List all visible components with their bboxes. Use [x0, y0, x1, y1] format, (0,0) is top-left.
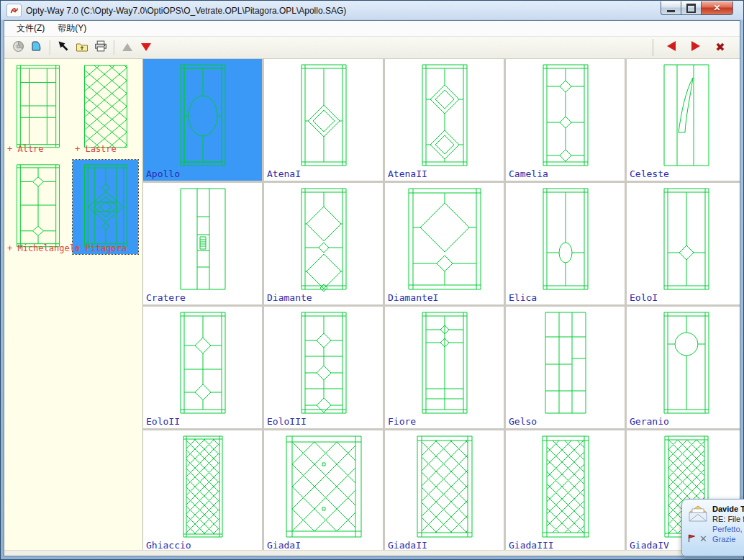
- altre-drawing: [9, 62, 67, 150]
- sidebar-item-label: + Michelangelo: [7, 243, 80, 253]
- minimize-button[interactable]: [661, 1, 681, 15]
- open-envelope-icon: [688, 505, 708, 524]
- app-disc-icon: [12, 40, 24, 55]
- print-button[interactable]: [91, 39, 110, 56]
- close-button[interactable]: ✕: [701, 1, 733, 15]
- catalog-item-label: GiadaIV: [630, 540, 669, 550]
- cratere-drawing: [145, 184, 260, 292]
- catalog-item-label: AtenaII: [388, 168, 427, 179]
- flag-icon[interactable]: [687, 533, 696, 544]
- bottom-strip: [4, 550, 740, 556]
- lastre-drawing: [77, 62, 135, 150]
- sidebar-item-label: + Altre: [7, 144, 44, 154]
- michelangelo-drawing: [9, 161, 67, 249]
- catalog-item-giada2[interactable]: GiadaII: [385, 430, 504, 550]
- menu-item-1[interactable]: 帮助(Y): [51, 21, 93, 36]
- diamante-drawing: [266, 184, 381, 292]
- prev-button[interactable]: [662, 39, 681, 56]
- notification-text: Davide T RE: File fi Perfetto, Grazie: [712, 504, 744, 544]
- eolo1-drawing: [629, 184, 740, 292]
- next-icon: [691, 41, 700, 54]
- screen: { "window": { "title": "Opty-Way 7.0 (C:…: [0, 0, 744, 560]
- blue-shape-button[interactable]: [27, 39, 46, 56]
- eolo3-drawing: [266, 308, 381, 416]
- catalog-item-apollo[interactable]: Apollo: [143, 59, 262, 181]
- sidebar-item-altre[interactable]: + Altre: [5, 60, 71, 155]
- sidebar-item-lastre[interactable]: + Lastre: [73, 60, 138, 155]
- delete-icon: ✖: [715, 41, 725, 54]
- catalog-item-label: GiadaII: [388, 540, 427, 550]
- prev-icon: [667, 41, 676, 54]
- catalog-item-label: EoloII: [146, 416, 180, 427]
- titlebar: Opty-Way 7.0 (C:\Opty-Way7.0\OptiOPS\O_V…: [4, 1, 740, 20]
- diamante1-drawing: [387, 184, 502, 292]
- catalog-item-label: Elica: [509, 292, 537, 303]
- up-triangle-button[interactable]: [118, 39, 137, 56]
- catalog-item-label: Cratere: [146, 292, 186, 303]
- catalog-item-label: Celeste: [630, 168, 669, 179]
- catalog-item-atena1[interactable]: AtenaI: [264, 59, 383, 181]
- print-icon: [94, 40, 107, 55]
- catalog-item-ghiaccio[interactable]: Ghiaccio: [143, 430, 262, 550]
- camelia-drawing: [508, 60, 623, 168]
- delete-button[interactable]: ✖: [711, 39, 730, 56]
- close-icon[interactable]: ✕: [699, 534, 707, 543]
- app-disc-button[interactable]: [9, 39, 27, 56]
- ghiaccio-drawing: [145, 432, 260, 540]
- catalog-item-eolo1[interactable]: EoloI: [627, 183, 740, 304]
- giada2-drawing: [387, 432, 502, 540]
- up-triangle-icon: [122, 41, 132, 54]
- content-area: + Altre+ Lastre+ Michelangelo+ Pitagora …: [4, 59, 740, 550]
- pattern-catalog-grid: ApolloAtenaIAtenaIICameliaCelesteCratere…: [143, 59, 740, 550]
- catalog-item-cratere[interactable]: Cratere: [143, 183, 262, 304]
- catalog-item-label: Ghiaccio: [146, 540, 191, 550]
- giada3-drawing: [508, 432, 623, 540]
- sidebar-item-michelangelo[interactable]: + Michelangelo: [5, 160, 71, 254]
- next-button[interactable]: [686, 39, 705, 56]
- notification-actions: ✕: [687, 533, 707, 544]
- catalog-item-eolo2[interactable]: EoloII: [143, 307, 262, 428]
- catalog-item-label: EoloIII: [267, 416, 307, 427]
- catalog-item-gelso[interactable]: Gelso: [506, 307, 625, 428]
- catalog-item-label: EoloI: [630, 292, 658, 303]
- mail-body-2: Grazie: [712, 534, 744, 544]
- down-triangle-button[interactable]: [137, 39, 155, 56]
- sidebar-item-label: + Lastre: [75, 144, 117, 154]
- category-sidebar: + Altre+ Lastre+ Michelangelo+ Pitagora: [4, 59, 143, 550]
- catalog-item-label: GiadaI: [267, 540, 301, 550]
- catalog-item-giada1[interactable]: GiadaI: [264, 430, 383, 550]
- catalog-item-atena2[interactable]: AtenaII: [385, 59, 504, 181]
- geranio-drawing: [629, 308, 740, 416]
- catalog-item-eolo3[interactable]: EoloIII: [264, 307, 383, 428]
- mail-body-1: Perfetto,: [712, 524, 744, 534]
- mail-subject: RE: File fi: [712, 514, 744, 524]
- catalog-item-celeste[interactable]: Celeste: [627, 59, 740, 181]
- window-controls: ✕: [661, 1, 733, 15]
- catalog-item-diamante[interactable]: Diamante: [264, 183, 383, 304]
- catalog-item-label: Apollo: [146, 168, 180, 179]
- menu-item-0[interactable]: 文件(Z): [10, 21, 51, 36]
- catalog-item-elica[interactable]: Elica: [506, 183, 625, 304]
- sidebar-item-pitagora[interactable]: + Pitagora: [73, 160, 138, 254]
- catalog-item-giada3[interactable]: GiadaIII: [506, 430, 625, 550]
- sidebar-item-label: + Pitagora: [75, 243, 127, 253]
- window-title: Opty-Way 7.0 (C:\Opty-Way7.0\OptiOPS\O_V…: [26, 6, 346, 16]
- blue-shape-icon: [31, 40, 42, 55]
- pitagora-drawing: [77, 161, 135, 249]
- toolbar-right-group: ✖: [653, 39, 735, 56]
- maximize-button[interactable]: [681, 1, 702, 15]
- select-arrow-button[interactable]: [54, 39, 73, 56]
- eolo2-drawing: [145, 308, 260, 416]
- catalog-item-diamante1[interactable]: DiamanteI: [385, 183, 504, 304]
- toolbar-separator: [114, 40, 114, 55]
- catalog-item-label: Geranio: [630, 416, 669, 427]
- catalog-item-label: DiamanteI: [388, 292, 438, 303]
- app-window: Opty-Way 7.0 (C:\Opty-Way7.0\OptiOPS\O_V…: [0, 0, 744, 560]
- parent-folder-button[interactable]: [73, 39, 91, 56]
- catalog-item-camelia[interactable]: Camelia: [506, 59, 625, 181]
- catalog-item-geranio[interactable]: Geranio: [627, 307, 740, 428]
- catalog-item-label: Gelso: [509, 416, 537, 427]
- celeste-drawing: [629, 60, 740, 168]
- mail-notification-popup[interactable]: ✕ Davide T RE: File fi Perfetto, Grazie: [681, 499, 744, 556]
- catalog-item-fiore[interactable]: Fiore: [385, 307, 504, 428]
